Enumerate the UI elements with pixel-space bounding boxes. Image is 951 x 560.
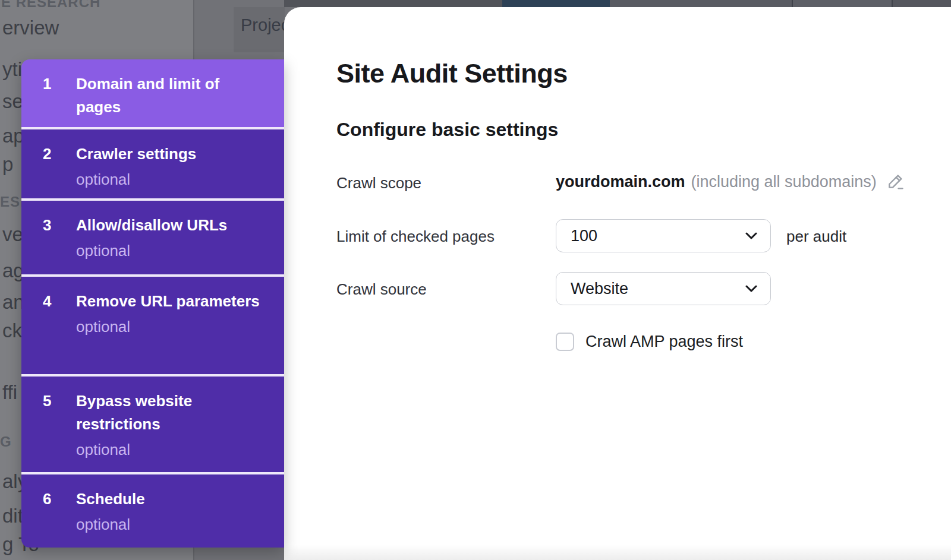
step-bypass-website-restrictions[interactable]: 5 Bypass website restrictions optional — [21, 377, 284, 474]
step-allow-disallow-urls[interactable]: 3 Allow/disallow URLs optional — [21, 201, 284, 277]
step-optional-label: optional — [76, 168, 196, 191]
topbar-segment — [793, 0, 892, 7]
step-number: 5 — [43, 390, 76, 413]
step-title: Allow/disallow URLs — [76, 214, 227, 237]
per-audit-suffix: per audit — [786, 227, 846, 246]
step-number: 4 — [43, 290, 76, 313]
edit-pencil-icon[interactable] — [886, 172, 905, 191]
step-title: Bypass website restrictions — [76, 390, 260, 436]
step-optional-label: optional — [76, 315, 260, 338]
step-number: 3 — [43, 214, 76, 237]
step-optional-label: optional — [76, 513, 145, 536]
crawl-scope-domain: yourdomain.com — [556, 173, 685, 191]
backdrop-topbar — [284, 0, 951, 7]
wizard-steps-panel: 1 Domain and limit of pages 2 Crawler se… — [21, 59, 284, 548]
topbar-segment — [284, 0, 502, 7]
step-domain-and-limit[interactable]: 1 Domain and limit of pages — [21, 59, 284, 129]
step-number: 1 — [43, 72, 76, 96]
step-number: 2 — [43, 143, 76, 166]
crawl-scope-value: yourdomain.com (including all subdomains… — [556, 172, 905, 191]
backdrop-sidebar-item: ck — [2, 319, 22, 342]
modal-title: Site Audit Settings — [336, 58, 568, 89]
modal-bottom-fade — [284, 545, 951, 560]
limit-pages-selected-value: 100 — [571, 227, 597, 245]
backdrop-sidebar-section-label: E RESEARCH — [1, 0, 100, 11]
topbar-active-tab-segment — [502, 0, 610, 7]
topbar-segment — [893, 0, 951, 7]
crawl-source-label: Crawl source — [336, 280, 427, 299]
limit-pages-select[interactable]: 100 — [556, 219, 771, 252]
amp-checkbox[interactable] — [556, 333, 574, 351]
step-title: Crawler settings — [76, 143, 196, 166]
section-heading: Configure basic settings — [336, 119, 558, 141]
amp-checkbox-label: Crawl AMP pages first — [585, 333, 743, 351]
step-title: Remove URL parameters — [76, 290, 260, 313]
topbar-segment — [610, 0, 792, 7]
backdrop-projects-tab: Projec — [234, 7, 285, 52]
backdrop-sidebar-item: dit — [2, 505, 23, 527]
chevron-down-icon — [745, 232, 757, 239]
site-audit-settings-modal: Site Audit Settings Configure basic sett… — [284, 7, 951, 560]
step-title: Schedule — [76, 488, 145, 511]
crawl-scope-label: Crawl scope — [336, 174, 421, 192]
crawl-source-selected-value: Website — [571, 280, 628, 298]
step-number: 6 — [43, 488, 76, 511]
backdrop-sidebar-item: p — [2, 153, 13, 176]
crawl-source-select[interactable]: Website — [556, 272, 771, 305]
step-remove-url-parameters[interactable]: 4 Remove URL parameters optional — [21, 277, 284, 377]
step-title: Domain and limit of pages — [76, 72, 260, 119]
backdrop-sidebar-item: ffi — [2, 381, 17, 404]
limit-pages-label: Limit of checked pages — [336, 227, 495, 246]
backdrop-projects-label: Projec — [241, 15, 285, 35]
crawl-scope-note: (including all subdomains) — [691, 173, 877, 191]
backdrop-sidebar-section-label: G — [0, 434, 12, 450]
step-crawler-settings[interactable]: 2 Crawler settings optional — [21, 129, 284, 201]
step-optional-label: optional — [76, 239, 227, 262]
chevron-down-icon — [745, 285, 757, 292]
step-optional-label: optional — [76, 438, 260, 461]
backdrop-sidebar-item: erview — [2, 17, 59, 39]
step-schedule[interactable]: 6 Schedule optional — [21, 474, 284, 548]
amp-checkbox-row: Crawl AMP pages first — [556, 333, 743, 351]
